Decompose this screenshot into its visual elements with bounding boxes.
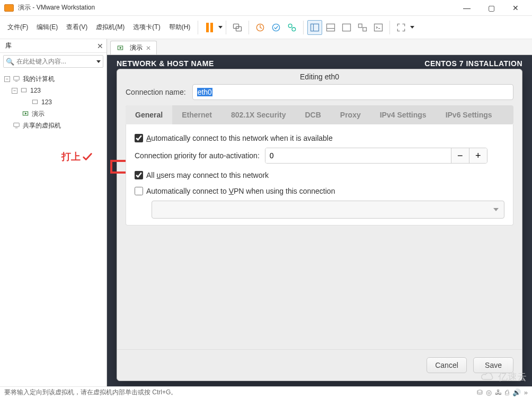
revert-button[interactable] xyxy=(269,20,283,35)
sidebar: 库 ✕ 🔍 − 我的计算机 − 123 123 xyxy=(0,39,107,386)
fullscreen-button[interactable] xyxy=(394,20,409,35)
sidebar-close[interactable]: ✕ xyxy=(97,42,103,50)
installer-brand: CENTOS 7 INSTALLATION xyxy=(424,59,522,68)
close-button[interactable]: ✕ xyxy=(503,0,528,16)
tree-my-computer[interactable]: − 我的计算机 xyxy=(2,73,104,85)
vm-running-icon xyxy=(116,44,125,52)
menu-help[interactable]: 帮助(H) xyxy=(165,21,195,34)
manage-snapshots-button[interactable] xyxy=(285,20,299,35)
collapse-icon[interactable]: − xyxy=(4,76,10,82)
svg-point-5 xyxy=(292,28,296,31)
tree-label: 我的计算机 xyxy=(23,75,55,84)
tree-label: 123 xyxy=(41,98,52,106)
tab-proxy[interactable]: Proxy xyxy=(331,105,370,124)
tree-label: 共享的虚拟机 xyxy=(23,121,61,130)
statusbar: 要将输入定向到该虚拟机，请在虚拟机内部单击或按 Ctrl+G。 ⛁ ◎ 🖧 ⎙ … xyxy=(0,386,532,398)
cancel-button[interactable]: Cancel xyxy=(427,357,467,373)
send-ctrl-alt-del-button[interactable] xyxy=(230,20,245,35)
maximize-button[interactable]: ▢ xyxy=(479,0,503,16)
status-sound-icon[interactable]: 🔊 xyxy=(512,388,521,396)
chk-auto-vpn[interactable] xyxy=(135,187,143,195)
priority-spinner[interactable]: − + xyxy=(265,148,487,164)
unity-button[interactable] xyxy=(355,20,370,35)
chk-auto-connect[interactable] xyxy=(135,134,143,142)
menu-edit[interactable]: 编辑(E) xyxy=(32,21,62,34)
status-usb-icon[interactable]: ⎙ xyxy=(505,388,509,396)
monitor-icon xyxy=(12,75,21,83)
menubar: 文件(F) 编辑(E) 查看(V) 虚拟机(M) 选项卡(T) 帮助(H) xyxy=(0,16,532,39)
tab-ipv6[interactable]: IPv6 Settings xyxy=(436,105,502,124)
layout-thumbnails-button[interactable] xyxy=(323,20,338,35)
priority-input[interactable] xyxy=(265,148,451,163)
snapshot-button[interactable] xyxy=(253,20,268,35)
tab-close[interactable]: ✕ xyxy=(146,44,151,52)
dialog-title: Editing eth0 xyxy=(117,69,522,84)
pause-dropdown[interactable] xyxy=(218,26,223,29)
monitor-icon xyxy=(12,121,21,130)
vm-console[interactable]: NETWORK & HOST NAME CENTOS 7 INSTALLATIO… xyxy=(107,55,532,386)
status-cd-icon[interactable]: ◎ xyxy=(486,388,492,396)
conn-name-input[interactable]: eth0 xyxy=(192,84,513,100)
chk-auto-vpn-label: Automatically connect to VPN when using … xyxy=(146,187,335,195)
tab-dcb[interactable]: DCB xyxy=(295,105,330,124)
window-title: 演示 - VMware Workstation xyxy=(18,3,455,12)
tree-shared[interactable]: 共享的虚拟机 xyxy=(2,120,104,131)
tree-folder-123[interactable]: − 123 xyxy=(2,85,104,96)
status-more-icon[interactable]: » xyxy=(524,388,528,396)
watermark: 亿速云 xyxy=(481,370,527,383)
tab-ethernet[interactable]: Ethernet xyxy=(172,105,221,124)
tab-8021x[interactable]: 802.1X Security xyxy=(221,105,296,124)
svg-rect-17 xyxy=(21,88,26,92)
conn-name-label: Connection name: xyxy=(126,88,186,96)
vm-icon xyxy=(20,86,28,95)
sidebar-tree: − 我的计算机 − 123 123 演示 共享的虚拟机 xyxy=(0,70,107,134)
status-disk-icon[interactable]: ⛁ xyxy=(477,388,483,396)
vm-icon xyxy=(31,98,39,106)
dialog-tabs: General Ethernet 802.1X Security DCB Pro… xyxy=(126,105,513,124)
status-network-icon[interactable]: 🖧 xyxy=(495,388,502,396)
layout-sidebar-button[interactable] xyxy=(307,20,322,35)
search-dropdown[interactable] xyxy=(96,60,101,63)
search-input[interactable] xyxy=(16,58,96,65)
sidebar-title: 库 xyxy=(3,41,97,50)
svg-rect-6 xyxy=(311,24,319,31)
tab-ipv4[interactable]: IPv4 Settings xyxy=(370,105,436,124)
svg-rect-8 xyxy=(327,24,335,31)
menu-file[interactable]: 文件(F) xyxy=(3,21,32,34)
minimize-button[interactable]: — xyxy=(455,0,479,16)
priority-increment[interactable]: + xyxy=(469,148,487,163)
menu-vm[interactable]: 虚拟机(M) xyxy=(92,21,129,34)
check-icon xyxy=(82,151,93,162)
tab-demo[interactable]: 演示 ✕ xyxy=(110,41,157,55)
chk-all-users[interactable] xyxy=(135,171,143,179)
menu-view[interactable]: 查看(V) xyxy=(62,21,92,34)
tree-vm-123[interactable]: 123 xyxy=(2,96,104,108)
pause-button[interactable] xyxy=(202,20,217,35)
layout-single-button[interactable] xyxy=(339,20,354,35)
tree-label: 123 xyxy=(30,87,41,94)
annotation-text: 打上 xyxy=(61,150,93,163)
menu-tabs[interactable]: 选项卡(T) xyxy=(129,21,164,34)
tree-label: 演示 xyxy=(32,110,45,119)
chk-auto-connect-label: Automatically connect to this network wh… xyxy=(146,134,333,142)
titlebar: 演示 - VMware Workstation — ▢ ✕ xyxy=(0,0,532,16)
collapse-icon[interactable]: − xyxy=(12,88,17,94)
tab-general[interactable]: General xyxy=(126,105,172,124)
tabstrip: 演示 ✕ xyxy=(107,39,532,55)
status-text: 要将输入定向到该虚拟机，请在虚拟机内部单击或按 Ctrl+G。 xyxy=(4,388,177,397)
chevron-down-icon xyxy=(493,208,499,211)
svg-rect-18 xyxy=(32,100,37,104)
separator xyxy=(198,21,198,34)
separator xyxy=(303,21,304,34)
console-button[interactable] xyxy=(371,20,386,35)
vpn-select[interactable] xyxy=(152,201,504,219)
tree-vm-demo[interactable]: 演示 xyxy=(2,108,104,120)
svg-rect-13 xyxy=(375,24,383,31)
priority-decrement[interactable]: − xyxy=(451,148,469,163)
sidebar-search[interactable]: 🔍 xyxy=(3,55,103,68)
separator xyxy=(389,21,390,34)
svg-rect-10 xyxy=(343,24,351,31)
separator xyxy=(249,21,249,34)
search-icon: 🔍 xyxy=(6,58,14,66)
fullscreen-dropdown[interactable] xyxy=(410,26,414,29)
